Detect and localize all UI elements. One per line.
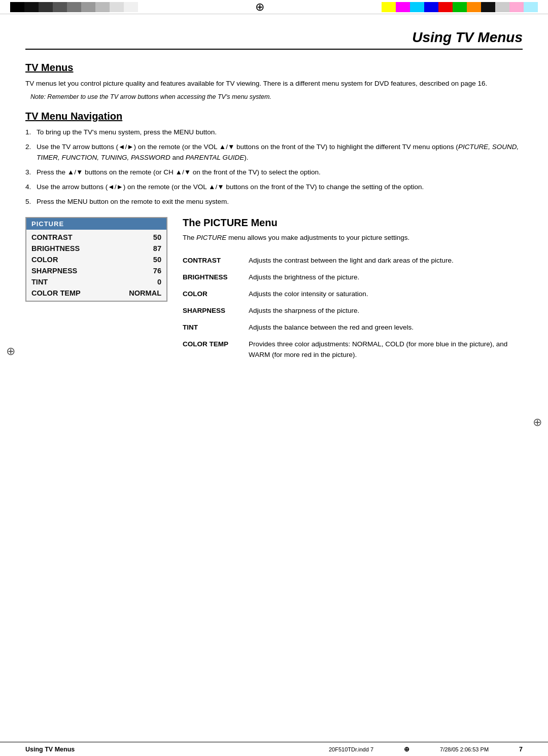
menu-row-sharpness: SHARPNESS 76 xyxy=(26,265,166,276)
color-bar xyxy=(53,2,67,12)
menu-value: 76 xyxy=(153,267,161,275)
menu-value: 50 xyxy=(153,256,161,264)
desc-text: Adjusts the brightness of the picture. xyxy=(249,269,523,286)
footer-file-info: 20F510TDr.indd 7 xyxy=(329,746,373,752)
menu-label: CONTRAST xyxy=(31,233,92,241)
picture-desc: The PICTURE Menu The PICTURE menu allows… xyxy=(183,217,523,363)
menu-value: NORMAL xyxy=(129,289,161,297)
color-bar xyxy=(467,2,481,12)
menu-row-brightness: BRIGHTNESS 87 xyxy=(26,243,166,254)
color-bar xyxy=(39,2,53,12)
desc-row-brightness: BRIGHTNESS Adjusts the brightness of the… xyxy=(183,269,523,286)
color-bar xyxy=(24,2,39,12)
footer-compass-icon: ⊕ xyxy=(404,745,409,753)
menu-screenshot: PICTURE CONTRAST 50 BRIGHTNESS 87 COLOR … xyxy=(25,217,167,363)
top-color-bar: ⊕ xyxy=(0,0,548,14)
color-bar xyxy=(438,2,453,12)
step-text: Press the ▲/▼ buttons on the remote (or … xyxy=(37,167,523,178)
menu-row-contrast: CONTRAST 50 xyxy=(26,232,166,243)
step-text: Press the MENU button on the remote to e… xyxy=(37,197,523,207)
right-margin-compass-icon: ⊕ xyxy=(533,416,542,429)
step-text: Use the TV arrow buttons (◄/►) on the re… xyxy=(37,142,523,163)
desc-text: Adjusts the color intensity or saturatio… xyxy=(249,286,523,303)
menu-value: 87 xyxy=(153,244,161,253)
desc-row-tint: TINT Adjusts the balance between the red… xyxy=(183,319,523,336)
desc-row-color: COLOR Adjusts the color intensity or sat… xyxy=(183,286,523,303)
menu-box-rows: CONTRAST 50 BRIGHTNESS 87 COLOR 50 SHARP… xyxy=(26,230,166,301)
desc-text: Adjusts the contrast between the light a… xyxy=(249,253,523,269)
picture-section: PICTURE CONTRAST 50 BRIGHTNESS 87 COLOR … xyxy=(25,217,523,363)
menu-value: 0 xyxy=(157,278,161,286)
footer-left-text: Using TV Menus xyxy=(25,746,75,753)
step-num: 3. xyxy=(25,167,37,178)
main-heading: TV Menus xyxy=(25,62,523,74)
desc-label: COLOR xyxy=(183,286,249,303)
color-bar xyxy=(110,2,124,12)
step-num: 1. xyxy=(25,127,37,138)
color-bar xyxy=(10,2,24,12)
compass-icon: ⊕ xyxy=(255,1,264,14)
desc-label: BRIGHTNESS xyxy=(183,269,249,286)
menu-label: COLOR xyxy=(31,256,92,264)
color-bar xyxy=(524,2,538,12)
color-bar xyxy=(396,2,410,12)
color-bar xyxy=(481,2,495,12)
desc-label: SHARPNESS xyxy=(183,303,249,319)
desc-text: Adjusts the sharpness of the picture. xyxy=(249,303,523,319)
color-bars-right xyxy=(382,2,538,12)
desc-label: COLOR TEMP xyxy=(183,336,249,364)
nav-step-4: 4. Use the arrow buttons (◄/►) on the re… xyxy=(25,182,523,193)
nav-step-2: 2. Use the TV arrow buttons (◄/►) on the… xyxy=(25,142,523,163)
footer-page-number: 7 xyxy=(519,746,523,753)
menu-label: TINT xyxy=(31,278,92,286)
picture-desc-table: CONTRAST Adjusts the contrast between th… xyxy=(183,253,523,363)
page-title: Using TV Menus xyxy=(25,29,523,50)
nav-step-1: 1. To bring up the TV's menu system, pre… xyxy=(25,127,523,138)
menu-label: COLOR TEMP xyxy=(31,289,92,297)
color-bar xyxy=(124,2,138,12)
menu-value: 50 xyxy=(153,233,161,241)
menu-label: BRIGHTNESS xyxy=(31,244,92,253)
desc-row-colortemp: COLOR TEMP Provides three color adjustme… xyxy=(183,336,523,364)
left-margin-compass-icon: ⊕ xyxy=(6,345,15,358)
color-bar xyxy=(424,2,438,12)
step-text: To bring up the TV's menu system, press … xyxy=(37,127,523,138)
step-num: 2. xyxy=(25,142,37,163)
nav-steps-list: 1. To bring up the TV's menu system, pre… xyxy=(25,127,523,207)
intro-text: TV menus let you control picture quality… xyxy=(25,79,523,89)
menu-row-tint: TINT 0 xyxy=(26,276,166,287)
desc-text: Adjusts the balance between the red and … xyxy=(249,319,523,336)
menu-row-color: COLOR 50 xyxy=(26,254,166,265)
picture-menu-title: The PICTURE Menu xyxy=(183,217,523,229)
step-num: 5. xyxy=(25,197,37,207)
desc-label: TINT xyxy=(183,319,249,336)
color-bar xyxy=(81,2,95,12)
color-bar xyxy=(509,2,524,12)
menu-box: PICTURE CONTRAST 50 BRIGHTNESS 87 COLOR … xyxy=(25,217,167,302)
desc-label: CONTRAST xyxy=(183,253,249,269)
menu-label: SHARPNESS xyxy=(31,267,92,275)
nav-step-3: 3. Press the ▲/▼ buttons on the remote (… xyxy=(25,167,523,178)
nav-step-5: 5. Press the MENU button on the remote t… xyxy=(25,197,523,207)
color-bar xyxy=(67,2,81,12)
desc-text: Provides three color adjustments: NORMAL… xyxy=(249,336,523,364)
color-bar xyxy=(453,2,467,12)
step-text: Use the arrow buttons (◄/►) on the remot… xyxy=(37,182,523,193)
page-footer: Using TV Menus 20F510TDr.indd 7 ⊕ 7/28/0… xyxy=(0,742,548,756)
footer-date-info: 7/28/05 2:06:53 PM xyxy=(440,746,489,752)
color-bar xyxy=(95,2,110,12)
nav-heading: TV Menu Navigation xyxy=(25,111,523,122)
menu-box-header: PICTURE xyxy=(26,218,166,230)
note-text: Note: Remember to use the TV arrow butto… xyxy=(30,93,523,100)
color-bar xyxy=(410,2,424,12)
menu-row-colortemp: COLOR TEMP NORMAL xyxy=(26,287,166,299)
page-content: Using TV Menus TV Menus TV menus let you… xyxy=(0,14,548,394)
color-bar xyxy=(495,2,509,12)
color-bars-left xyxy=(10,2,138,12)
desc-row-sharpness: SHARPNESS Adjusts the sharpness of the p… xyxy=(183,303,523,319)
step-num: 4. xyxy=(25,182,37,193)
color-bar xyxy=(382,2,396,12)
desc-row-contrast: CONTRAST Adjusts the contrast between th… xyxy=(183,253,523,269)
picture-menu-intro: The PICTURE menu allows you make adjustm… xyxy=(183,233,523,243)
